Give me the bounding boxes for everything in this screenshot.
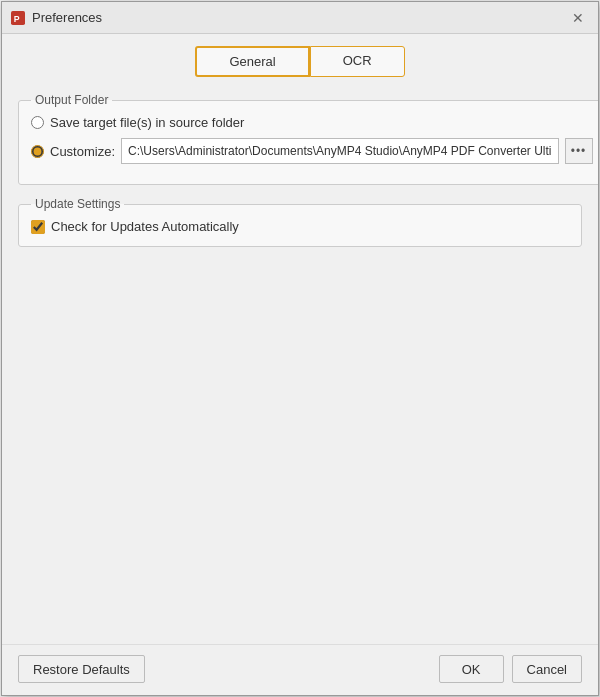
footer-actions: OK Cancel (439, 655, 582, 683)
svg-text:P: P (14, 13, 20, 23)
browse-dots-button[interactable]: ••• (565, 138, 593, 164)
customize-row: Customize: C:\Users\Administrator\Docume… (50, 138, 598, 164)
restore-defaults-button[interactable]: Restore Defaults (18, 655, 145, 683)
source-radio-label[interactable]: Save target file(s) in source folder (50, 115, 244, 130)
title-bar: P Preferences ✕ (2, 2, 598, 34)
preferences-window: P Preferences ✕ General OCR Output Folde… (1, 1, 599, 696)
radio-source-row: Save target file(s) in source folder (31, 115, 598, 130)
close-button[interactable]: ✕ (566, 6, 590, 30)
window-title: Preferences (32, 10, 566, 25)
auto-update-label[interactable]: Check for Updates Automatically (51, 219, 239, 234)
auto-update-checkbox[interactable] (31, 220, 45, 234)
ok-button[interactable]: OK (439, 655, 504, 683)
update-settings-legend: Update Settings (31, 197, 124, 211)
radio-customize-row: Customize: C:\Users\Administrator\Docume… (31, 138, 598, 164)
tab-general[interactable]: General (195, 46, 309, 77)
tab-bar: General OCR (18, 46, 582, 77)
output-folder-legend: Output Folder (31, 93, 112, 107)
customize-label[interactable]: Customize: (50, 144, 115, 159)
update-settings-section: Update Settings Check for Updates Automa… (18, 197, 582, 247)
cancel-button[interactable]: Cancel (512, 655, 582, 683)
source-radio[interactable] (31, 116, 44, 129)
auto-update-row: Check for Updates Automatically (31, 219, 569, 234)
output-folder-section: Output Folder Save target file(s) in sou… (18, 93, 598, 185)
customize-radio[interactable] (31, 145, 44, 158)
tab-ocr[interactable]: OCR (310, 46, 405, 77)
main-content: General OCR Output Folder Save target fi… (2, 34, 598, 644)
customize-path-display[interactable]: C:\Users\Administrator\Documents\AnyMP4 … (121, 138, 558, 164)
footer: Restore Defaults OK Cancel (2, 644, 598, 695)
app-icon: P (10, 10, 26, 26)
